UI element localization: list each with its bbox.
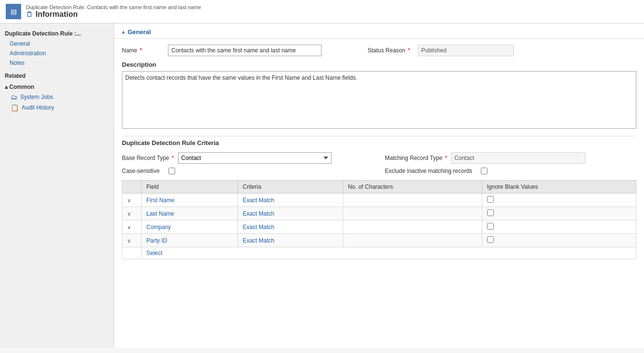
ignore-blank-checkbox-1[interactable] — [487, 209, 494, 216]
sidebar: Duplicate Detection Rule :... General Ad… — [0, 24, 114, 348]
description-label: Description — [122, 61, 636, 68]
sidebar-item-audit-history[interactable]: 📋 Audit History — [0, 102, 114, 113]
sidebar-item-system-jobs[interactable]: 🗂 System Jobs — [0, 92, 114, 102]
field-link-1[interactable]: Last Name — [146, 210, 174, 217]
section-header-label: General — [128, 28, 151, 36]
table-row: ∨ Party ID Exact Match — [122, 234, 636, 247]
select-expand-cell — [122, 247, 142, 259]
info-icon: 🗒 — [26, 11, 33, 18]
header-title-area: Duplicate Detection Rule: Contacts with … — [26, 4, 201, 19]
name-row: Name * Status Reason * — [122, 45, 636, 56]
section-triangle-icon: ▴ — [122, 29, 125, 35]
header-icon: ▤ — [6, 4, 21, 19]
col-field: Field — [142, 181, 238, 194]
status-required: * — [406, 47, 410, 54]
ignore-blank-checkbox-3[interactable] — [487, 236, 494, 243]
expand-icon-2[interactable]: ∨ — [127, 224, 131, 230]
audit-history-icon: 📋 — [11, 104, 19, 111]
criteria-link-3[interactable]: Exact Match — [243, 237, 274, 244]
criteria-title: Duplicate Detection Rule Criteria — [122, 136, 636, 146]
main-layout: Duplicate Detection Rule :... General Ad… — [0, 24, 644, 348]
field-cell-2: Company — [142, 220, 238, 234]
col-criteria: Criteria — [238, 181, 343, 194]
sidebar-item-system-jobs-label: System Jobs — [20, 94, 53, 100]
criteria-cell-2: Exact Match — [238, 220, 343, 234]
case-sensitive-label: Case-sensitive — [122, 168, 160, 174]
description-textarea[interactable]: Detects contact records that have the sa… — [122, 71, 636, 129]
select-row: Select — [122, 247, 636, 259]
field-cell-3: Party ID — [142, 234, 238, 247]
chars-cell-1 — [343, 207, 482, 220]
header-subtitle: Duplicate Detection Rule: Contacts with … — [26, 4, 201, 10]
criteria-cell-1: Exact Match — [238, 207, 343, 220]
select-link[interactable]: Select — [146, 250, 162, 256]
section-header-general: ▴ General — [114, 24, 644, 39]
base-record-type-row: Base Record Type * Contact — [122, 152, 373, 164]
base-record-type-label: Base Record Type * — [122, 155, 174, 161]
exclude-inactive-label: Exclude inactive matching records — [385, 168, 472, 174]
ignore-blank-checkbox-2[interactable] — [487, 223, 494, 230]
field-link-0[interactable]: First Name — [146, 197, 175, 204]
sidebar-item-notes[interactable]: Notes — [0, 58, 114, 68]
field-cell-0: First Name — [142, 194, 238, 207]
criteria-table: Field Criteria No. of Characters Ignore … — [122, 180, 636, 259]
criteria-cell-0: Exact Match — [238, 194, 343, 207]
status-reason-label: Status Reason * — [368, 47, 410, 54]
criteria-grid: Base Record Type * Contact Matching Reco… — [122, 152, 636, 174]
system-jobs-icon: 🗂 — [11, 93, 17, 101]
sidebar-related-label: Related — [0, 68, 114, 81]
main-content: ▴ General Name * Status Reason * Descrip… — [114, 24, 644, 348]
expand-icon-1[interactable]: ∨ — [127, 211, 131, 217]
chars-cell-2 — [343, 220, 482, 234]
criteria-section: Duplicate Detection Rule Criteria Base R… — [114, 136, 644, 267]
matching-record-type-row: Matching Record Type * — [385, 152, 636, 164]
sidebar-item-administration[interactable]: Administration — [0, 49, 114, 58]
criteria-link-2[interactable]: Exact Match — [243, 224, 274, 231]
criteria-table-header-row: Field Criteria No. of Characters Ignore … — [122, 181, 636, 194]
name-required: * — [138, 47, 142, 54]
matching-record-type-label: Matching Record Type * — [385, 155, 447, 161]
case-sensitive-checkbox[interactable] — [168, 168, 175, 174]
field-link-2[interactable]: Company — [146, 224, 171, 231]
triangle-icon: ▴ — [5, 84, 9, 90]
name-label: Name * — [122, 47, 160, 54]
ignore-blank-cell-3 — [482, 234, 636, 247]
expand-cell-1: ∨ — [122, 207, 142, 220]
expand-icon-3[interactable]: ∨ — [127, 238, 131, 243]
col-expand — [122, 181, 142, 194]
case-sensitive-row: Case-sensitive — [122, 168, 373, 174]
header: ▤ Duplicate Detection Rule: Contacts wit… — [0, 0, 644, 24]
general-form: Name * Status Reason * Description Detec… — [114, 39, 644, 136]
expand-cell-3: ∨ — [122, 234, 142, 247]
ignore-blank-cell-0 — [482, 194, 636, 207]
criteria-table-body: ∨ First Name Exact Match ∨ Last Name Exa… — [122, 194, 636, 259]
criteria-link-1[interactable]: Exact Match — [243, 210, 274, 217]
sidebar-item-general[interactable]: General — [0, 39, 114, 49]
sidebar-common-section: ▴ Common 🗂 System Jobs 📋 Audit History — [0, 81, 114, 114]
header-title-text: Information — [36, 10, 78, 19]
criteria-table-head: Field Criteria No. of Characters Ignore … — [122, 181, 636, 194]
sidebar-common-title: ▴ Common — [0, 82, 114, 92]
chars-cell-3 — [343, 234, 482, 247]
field-link-3[interactable]: Party ID — [146, 237, 167, 244]
expand-cell-2: ∨ — [122, 220, 142, 234]
header-main-title: 🗒 Information — [26, 10, 201, 19]
ignore-blank-cell-2 — [482, 220, 636, 234]
criteria-link-0[interactable]: Exact Match — [243, 197, 274, 204]
ignore-blank-cell-1 — [482, 207, 636, 220]
table-row: ∨ Company Exact Match — [122, 220, 636, 234]
expand-cell-0: ∨ — [122, 194, 142, 207]
table-row: ∨ Last Name Exact Match — [122, 207, 636, 220]
base-record-type-select[interactable]: Contact — [178, 152, 332, 164]
exclude-inactive-checkbox[interactable] — [481, 168, 488, 174]
chars-cell-0 — [343, 194, 482, 207]
ignore-blank-checkbox-0[interactable] — [487, 196, 494, 203]
field-cell-1: Last Name — [142, 207, 238, 220]
col-ignore-blank: Ignore Blank Values — [482, 181, 636, 194]
criteria-cell-3: Exact Match — [238, 234, 343, 247]
name-input[interactable] — [168, 45, 322, 56]
expand-icon-0[interactable]: ∨ — [127, 197, 131, 203]
exclude-inactive-row: Exclude inactive matching records — [385, 168, 636, 174]
table-row: ∨ First Name Exact Match — [122, 194, 636, 207]
matching-record-type-input — [451, 152, 585, 164]
